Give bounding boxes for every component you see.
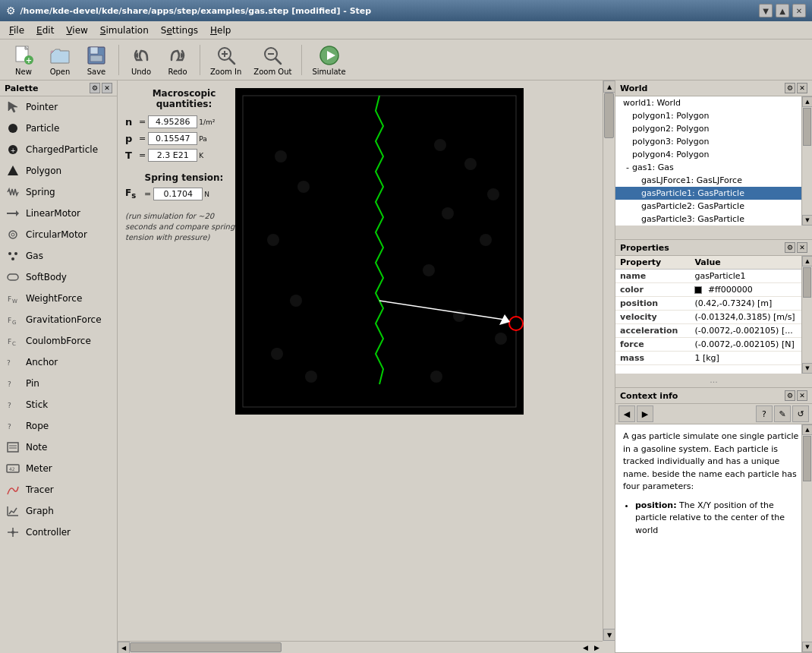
particle-dot[interactable] — [464, 158, 477, 170]
tree-item-polygon2[interactable]: polygon2: Polygon — [615, 122, 812, 135]
tree-item-polygon3[interactable]: polygon3: Polygon — [615, 135, 812, 148]
particle-dot[interactable] — [442, 207, 454, 219]
palette-item-charged-particle[interactable]: + ChargedParticle — [0, 139, 117, 160]
context-back-button[interactable]: ◀ — [618, 405, 635, 422]
palette-item-pointer[interactable]: Pointer — [0, 96, 117, 118]
palette-item-gas[interactable]: Gas — [0, 245, 117, 267]
particle-dot[interactable] — [290, 295, 302, 307]
properties-settings-btn[interactable]: ⚙ — [785, 242, 795, 253]
world-vscroll[interactable]: ▲ ▼ — [801, 96, 812, 226]
palette-item-linear-motor[interactable]: LinearMotor — [0, 203, 117, 224]
particle-dot[interactable] — [430, 371, 442, 383]
world-scroll-thumb[interactable] — [803, 108, 811, 146]
palette-item-circular-motor[interactable]: CircularMotor — [0, 224, 117, 245]
palette-item-weight-force[interactable]: F W WeightForce — [0, 288, 117, 309]
palette-item-particle[interactable]: Particle — [0, 118, 117, 139]
context-reload-button[interactable]: ↺ — [792, 405, 809, 422]
palette-item-anchor[interactable]: ? Anchor — [0, 352, 117, 373]
zoom-out-button[interactable]: Zoom Out — [248, 40, 297, 79]
palette-item-spring[interactable]: Spring — [0, 181, 117, 203]
palette-item-tracer[interactable]: Tracer — [0, 479, 117, 500]
canvas-content[interactable]: Macroscopicquantities: n = 4.95286 1/m² … — [118, 80, 603, 641]
scroll-left-button[interactable]: ◀ — [118, 642, 130, 653]
menu-help[interactable]: Help — [204, 24, 237, 37]
palette-item-gravitation-force[interactable]: F G GravitationForce — [0, 309, 117, 330]
palette-item-graph[interactable]: Graph — [0, 500, 117, 522]
tree-item-polygon4[interactable]: polygon4: Polygon — [615, 148, 812, 161]
palette-item-coulomb-force[interactable]: F C CoulombForce — [0, 330, 117, 352]
properties-close-btn[interactable]: ✕ — [797, 242, 807, 253]
context-vscroll[interactable]: ▲ ▼ — [801, 424, 812, 652]
particle-dot[interactable] — [297, 181, 310, 193]
tree-item-gas1[interactable]: - gas1: Gas — [615, 161, 812, 174]
props-vscroll[interactable]: ▲ ▼ — [801, 256, 812, 374]
close-button[interactable]: ✕ — [792, 4, 806, 17]
menu-view[interactable]: View — [60, 24, 93, 37]
horizontal-scrollbar[interactable]: ◀ ▶ — [118, 641, 603, 653]
scroll-thumb-h[interactable] — [130, 642, 282, 652]
minimize-button[interactable]: ▼ — [759, 4, 773, 17]
zoom-in-button[interactable]: Zoom In — [205, 40, 247, 79]
world-tree[interactable]: world1: World polygon1: Polygon polygon2… — [615, 96, 812, 226]
palette-item-meter[interactable]: 42 Meter — [0, 458, 117, 479]
scroll-up-button[interactable]: ▲ — [603, 80, 615, 93]
props-scroll-thumb[interactable] — [803, 267, 811, 298]
props-scroll-up[interactable]: ▲ — [802, 256, 812, 267]
tree-item-gasParticle1[interactable]: gasParticle1: GasParticle — [615, 187, 812, 200]
palette-item-note[interactable]: Note — [0, 437, 117, 458]
particle-dot[interactable] — [267, 234, 279, 246]
world-scroll-down[interactable]: ▼ — [802, 215, 812, 226]
world-scroll-track[interactable] — [802, 107, 812, 215]
scroll-track-v[interactable] — [603, 93, 615, 629]
palette-item-stick[interactable]: ? Stick — [0, 394, 117, 415]
props-scroll-track[interactable] — [802, 267, 812, 363]
particle-dot[interactable] — [480, 234, 492, 246]
palette-settings-btn[interactable]: ⚙ — [90, 83, 100, 93]
selected-particle[interactable] — [509, 317, 523, 330]
palette-close-btn[interactable]: ✕ — [102, 83, 112, 93]
context-edit-button[interactable]: ✎ — [774, 405, 791, 422]
world-scroll-up[interactable]: ▲ — [802, 96, 812, 107]
palette-item-controller[interactable]: Controller — [0, 522, 117, 543]
menu-settings[interactable]: Settings — [155, 24, 204, 37]
tree-item-gasLJForce1[interactable]: gasLJForce1: GasLJForce — [615, 174, 812, 187]
scroll-down-button[interactable]: ▼ — [603, 629, 615, 641]
particle-dot[interactable] — [275, 150, 287, 162]
menu-edit[interactable]: Edit — [30, 24, 60, 37]
particle-dot[interactable] — [434, 139, 446, 151]
palette-item-soft-body[interactable]: SoftBody — [0, 267, 117, 288]
context-scroll-up[interactable]: ▲ — [802, 424, 812, 435]
scroll-thumb-v[interactable] — [604, 93, 614, 138]
simulate-button[interactable]: Simulate — [307, 40, 351, 79]
context-scroll-track[interactable] — [802, 435, 812, 642]
maximize-button[interactable]: ▲ — [776, 4, 789, 17]
menu-file[interactable]: File — [3, 24, 30, 37]
props-scroll-down[interactable]: ▼ — [802, 363, 812, 374]
save-button[interactable]: Save — [79, 40, 114, 79]
context-close-btn[interactable]: ✕ — [797, 390, 807, 401]
particle-dot[interactable] — [495, 333, 507, 345]
palette-item-rope[interactable]: ? Rope — [0, 415, 117, 437]
scroll-track-h[interactable] — [130, 642, 590, 653]
particle-dot[interactable] — [305, 371, 317, 383]
world-panel-settings-btn[interactable]: ⚙ — [785, 83, 795, 93]
world-panel-close-btn[interactable]: ✕ — [797, 83, 807, 93]
tree-item-gasParticle3[interactable]: gasParticle3: GasParticle — [615, 213, 812, 226]
open-button[interactable]: Open — [42, 40, 77, 79]
undo-button[interactable]: Undo — [124, 40, 159, 79]
particle-dot[interactable] — [271, 348, 283, 360]
particle-dot[interactable] — [423, 264, 435, 276]
new-button[interactable]: + New — [6, 40, 41, 79]
tree-item-gasParticle2[interactable]: gasParticle2: GasParticle — [615, 200, 812, 213]
palette-item-polygon[interactable]: Polygon — [0, 160, 117, 181]
tree-item-polygon1[interactable]: polygon1: Polygon — [615, 109, 812, 122]
canvas-nav-right[interactable]: ▶ — [591, 642, 603, 653]
canvas-area[interactable]: Macroscopicquantities: n = 4.95286 1/m² … — [118, 80, 615, 653]
menu-simulation[interactable]: Simulation — [94, 24, 155, 37]
context-scroll-thumb[interactable] — [803, 436, 811, 481]
context-forward-button[interactable]: ▶ — [637, 405, 653, 422]
context-scroll-down[interactable]: ▼ — [802, 642, 812, 652]
context-help-button[interactable]: ? — [756, 405, 773, 422]
canvas-nav-left[interactable]: ◀ — [580, 642, 591, 653]
particle-dot[interactable] — [487, 188, 499, 200]
